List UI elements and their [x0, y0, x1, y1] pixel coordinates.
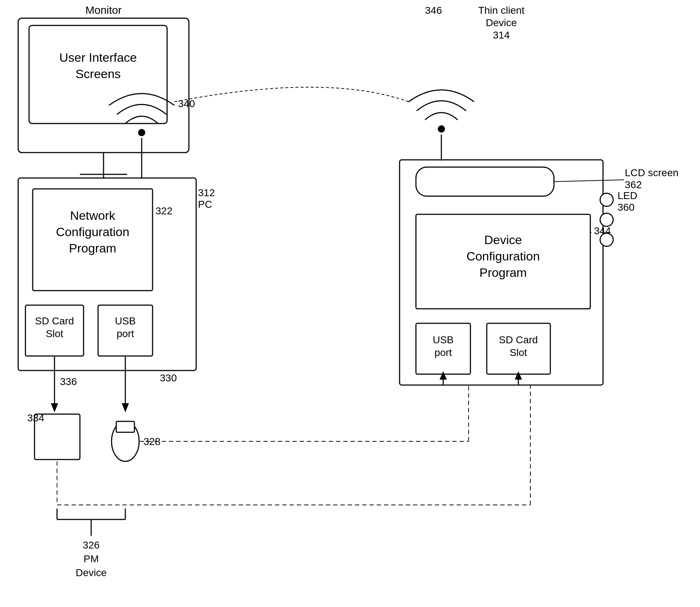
num-322: 322 [155, 205, 173, 217]
monitor-label: Monitor [85, 4, 122, 16]
ui-screens-label: User Interface [59, 50, 137, 64]
thin-client-num: 314 [493, 29, 510, 41]
dcp-label2: Configuration [466, 249, 540, 263]
thin-client-label1: Thin client [478, 5, 525, 16]
num-326: 326 [83, 539, 100, 551]
sd-thin-label1: SD Card [499, 334, 538, 345]
num-336: 336 [60, 376, 77, 387]
lcd-label2: 362 [625, 179, 642, 190]
diagram: Monitor User Interface Screens 312 PC Ne… [0, 0, 700, 607]
ui-screens-label2: Screens [76, 67, 121, 81]
led-label1: LED [618, 190, 637, 201]
led-num: 360 [618, 202, 635, 213]
pm-label: PM [84, 553, 99, 564]
ncp-label3: Program [69, 241, 116, 255]
lcd-label1: LCD screen [625, 167, 679, 178]
svg-rect-30 [416, 167, 554, 196]
sd-card-pc-label2: Slot [46, 328, 63, 339]
num-334: 334 [27, 412, 44, 424]
pc-label2: PC [198, 199, 212, 210]
svg-point-32 [600, 193, 613, 206]
num-346: 346 [425, 5, 442, 16]
svg-marker-12 [51, 403, 58, 412]
diagram-svg: Monitor User Interface Screens 312 PC Ne… [0, 0, 700, 607]
num-344: 344 [594, 225, 611, 236]
sd-thin-label2: Slot [510, 347, 527, 358]
svg-rect-5 [33, 189, 153, 291]
pc-label: 312 [198, 187, 215, 198]
dcp-label3: Program [480, 266, 527, 279]
usb-pc-label2: port [117, 328, 134, 339]
usb-thin-label1: USB [433, 334, 454, 345]
usb-pc-label1: USB [115, 315, 136, 327]
usb-thin-label2: port [434, 347, 452, 358]
svg-point-33 [600, 213, 613, 226]
svg-point-29 [438, 125, 445, 133]
device-label-pm: Device [76, 567, 107, 578]
svg-marker-14 [122, 403, 129, 412]
svg-rect-17 [116, 421, 134, 432]
num-330: 330 [160, 372, 177, 384]
sd-card-pc-label1: SD Card [35, 315, 74, 327]
ncp-label1: Network [70, 209, 116, 222]
thin-client-label2: Device [486, 17, 517, 28]
svg-point-10 [138, 129, 145, 136]
ncp-label2: Configuration [56, 225, 129, 239]
dcp-label1: Device [484, 233, 522, 247]
